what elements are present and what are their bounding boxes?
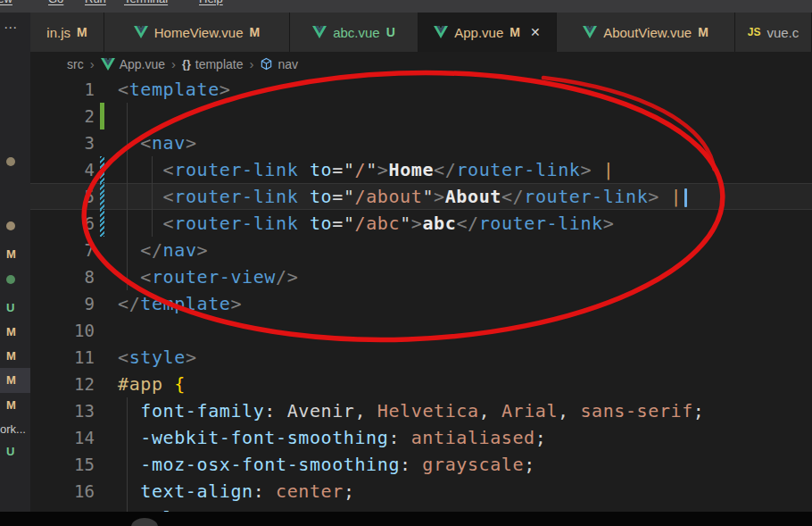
menu-item-view[interactable]: View [0,0,12,5]
code-text[interactable]: <router-link to="/abc">abc</router-link> [118,210,614,237]
breadcrumb: src›App.vue›{}template›nav [30,52,812,76]
line-number[interactable]: 9 [30,290,95,317]
breadcrumb-item-nav[interactable]: nav [260,57,298,71]
breadcrumb-label: nav [278,57,298,71]
code-text[interactable]: </template> [118,290,242,317]
explorer-sidebar-sliver: ⋯ MUMMMMork...U [0,13,30,512]
indent-guide [127,103,128,129]
git-gutter-indicator [100,371,104,397]
code-line-3[interactable]: 3 <nav> [30,129,812,156]
code-line-16[interactable]: 16 text-align: center; [30,478,812,505]
code-text[interactable]: text-align: center; [118,478,355,505]
line-number[interactable]: 12 [30,371,95,397]
tab-abc-vue[interactable]: abc.vueU [290,13,418,52]
line-number[interactable]: 1 [30,76,95,103]
vue-icon [312,26,327,38]
git-gutter-indicator [100,290,104,317]
code-line-2[interactable]: 2 [30,103,812,129]
line-number[interactable]: 5 [30,183,95,210]
code-line-13[interactable]: 13 font-family: Avenir, Helvetica, Arial… [30,397,812,424]
git-gutter-indicator [100,397,104,424]
code-line-1[interactable]: 1<template> [30,76,812,103]
code-line-15[interactable]: 15 -moz-osx-font-smoothing: grayscale; [30,451,812,478]
menu-bar: ViewGoRunTerminalHelp [0,0,812,13]
breadcrumb-label: App.vue [120,57,165,71]
line-number[interactable]: 11 [30,344,95,371]
code-text[interactable]: <router-link to="/">Home</router-link> | [118,156,614,183]
line-number[interactable]: 13 [30,397,95,424]
code-text[interactable]: font-family: Avenir, Helvetica, Arial, s… [118,397,704,424]
tab-aboutview-vue[interactable]: AboutView.vueM [557,13,735,52]
editor-tab-bar: in.jsMHomeView.vueMabc.vueUApp.vueM✕Abou… [30,13,812,52]
tab-in-js[interactable]: in.jsM [30,13,104,52]
code-line-6[interactable]: 6 <router-link to="/abc">abc</router-lin… [30,210,812,237]
code-line-8[interactable]: 8 <router-view/> [30,263,812,290]
breadcrumb-item-app-vue[interactable]: App.vue [101,57,165,71]
code-text[interactable]: color: #2c3e50; [118,505,324,512]
code-text[interactable]: </nav> [118,237,208,263]
indent-guide [127,210,128,237]
tab-vue-c[interactable]: JSvue.c [735,13,812,52]
code-line-5[interactable]: 5 <router-link to="/about">About</router… [30,183,812,210]
breadcrumb-item-template[interactable]: {}template [182,57,243,71]
indent-guide [152,183,153,210]
git-status-badge: U [386,25,395,39]
code-text[interactable]: #app { [118,371,186,397]
git-status-dot [6,275,15,284]
menu-item-terminal[interactable]: Terminal [124,0,168,5]
code-text[interactable]: -moz-osx-font-smoothing: grayscale; [118,451,535,478]
more-actions-icon[interactable]: ⋯ [4,20,18,36]
line-number[interactable]: 6 [30,210,95,237]
text-cursor [684,188,687,207]
line-number[interactable]: 15 [30,451,95,478]
line-number[interactable]: 7 [30,237,95,263]
git-gutter-indicator [100,129,104,156]
chevron-right-icon: › [90,56,95,71]
tab-label: abc.vue [333,25,380,40]
code-text[interactable]: <router-view/> [118,263,298,290]
git-status-dot [6,221,15,230]
breadcrumb-item-src[interactable]: src [67,57,84,71]
git-gutter-indicator [100,424,104,451]
code-text[interactable]: <template> [118,76,230,103]
code-text[interactable]: <style> [118,344,197,371]
braces-icon: {} [182,58,191,71]
line-number[interactable]: 17 [30,505,95,512]
menu-item-run[interactable]: Run [85,0,106,5]
line-number[interactable]: 16 [30,478,95,505]
close-icon[interactable]: ✕ [530,25,541,39]
line-number[interactable]: 8 [30,263,95,290]
menu-item-help[interactable]: Help [199,0,223,5]
line-number[interactable]: 14 [30,424,95,451]
code-text[interactable]: <router-link to="/about">About</router-l… [118,183,687,210]
git-status-badge: M [77,25,87,39]
code-text[interactable]: <nav> [118,129,197,156]
tab-homeview-vue[interactable]: HomeView.vueM [104,13,290,52]
code-line-14[interactable]: 14 -webkit-font-smoothing: antialiased; [30,424,812,451]
vue-icon [434,26,448,38]
code-line-9[interactable]: 9</template> [30,290,812,317]
line-number[interactable]: 4 [30,156,95,183]
code-line-17[interactable]: 17 color: #2c3e50; [30,505,812,512]
code-editor[interactable]: 1<template>23 <nav>4 <router-link to="/"… [30,76,812,512]
explorer-file-label[interactable]: ork... [0,422,26,437]
indent-guide [127,129,128,156]
tab-app-vue[interactable]: App.vueM✕ [418,13,557,52]
git-gutter-indicator [100,210,104,237]
git-status-dot [6,157,15,166]
code-line-4[interactable]: 4 <router-link to="/">Home</router-link>… [30,156,812,183]
line-number[interactable]: 10 [30,317,95,344]
menu-item-go[interactable]: Go [48,0,63,5]
code-line-10[interactable]: 10 [30,317,812,344]
code-line-12[interactable]: 12#app { [30,371,812,397]
indent-guide [127,183,128,210]
indent-guide [127,397,128,424]
code-text[interactable]: -webkit-font-smoothing: antialiased; [118,424,546,451]
indent-guide [127,505,128,512]
vue-icon [101,58,115,71]
code-line-7[interactable]: 7 </nav> [30,237,812,263]
line-number[interactable]: 3 [30,129,95,156]
code-line-11[interactable]: 11<style> [30,344,812,371]
line-number[interactable]: 2 [30,103,95,129]
indent-guide [152,156,153,183]
